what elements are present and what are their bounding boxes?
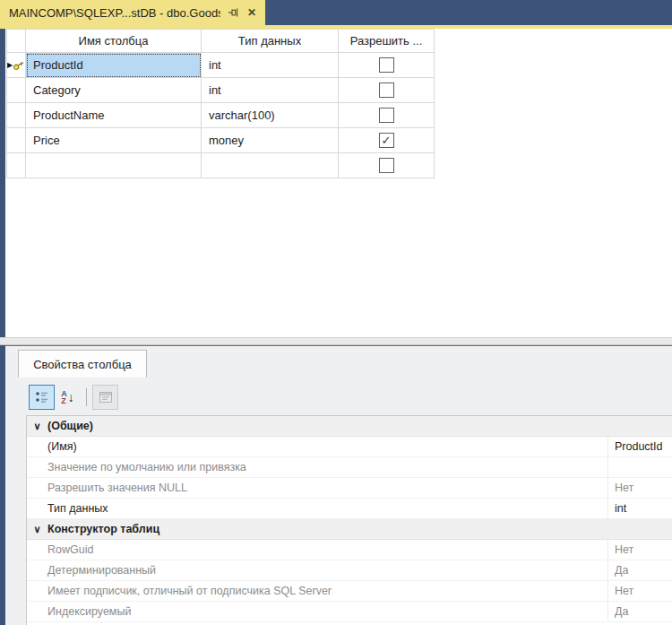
pin-icon[interactable]	[227, 6, 239, 19]
property-name: Тип данных	[27, 499, 608, 518]
row-selector[interactable]	[6, 128, 26, 153]
cell-allow-nulls	[339, 103, 435, 128]
property-value[interactable]: Да	[608, 602, 672, 621]
row-selector[interactable]: ▶	[6, 53, 26, 78]
cell-column-name[interactable]: Category	[26, 78, 202, 103]
cell-column-name[interactable]	[26, 153, 202, 178]
properties-toolbar: AZ ↓	[29, 384, 118, 411]
tab-column-properties-label: Свойства столбца	[33, 358, 132, 371]
toolbar-separator	[86, 388, 87, 406]
pane-splitter[interactable]	[0, 337, 672, 345]
property-value[interactable]: int	[608, 499, 672, 518]
cell-allow-nulls	[339, 128, 435, 153]
cell-data-type[interactable]: int	[202, 78, 339, 103]
table-row: ▶ ProductId int	[6, 53, 435, 78]
allow-nulls-checkbox[interactable]	[379, 108, 394, 123]
allow-nulls-checkbox[interactable]	[379, 133, 394, 148]
property-name: Имеет подписчик, отличный от подписчика …	[27, 581, 608, 601]
table-row: Category int	[6, 78, 435, 103]
allow-nulls-checkbox[interactable]	[379, 57, 394, 73]
header-data-type[interactable]: Тип данных	[202, 30, 339, 53]
property-name: Разрешить значения NULL	[27, 478, 608, 498]
header-column-name[interactable]: Имя столбца	[26, 30, 202, 53]
categorized-button[interactable]	[29, 385, 55, 410]
property-row-deterministic[interactable]: Детерминированный Да	[27, 560, 672, 581]
table-row: Price money	[6, 128, 435, 153]
property-name: Детерминированный	[27, 560, 608, 580]
document-tab[interactable]: MAINCOMP\SQLEXP...stDB - dbo.Goods ✕	[0, 0, 265, 25]
property-value[interactable]: Нет	[608, 540, 672, 560]
property-row-non-sql-subscriber[interactable]: Имеет подписчик, отличный от подписчика …	[27, 581, 672, 602]
header-allow-nulls[interactable]: Разрешить ...	[339, 30, 435, 53]
property-value[interactable]: Да	[608, 560, 672, 580]
chevron-down-icon[interactable]: ∨	[27, 421, 47, 432]
property-row-indexable[interactable]: Индексируемый Да	[27, 602, 672, 622]
columns-designer-grid: Имя столбца Тип данных Разрешить ... ▶ P…	[6, 29, 435, 178]
cell-column-name[interactable]: Price	[26, 128, 202, 153]
property-grid: ∨ (Общие) (Имя) ProductId Значение по ум…	[26, 415, 672, 625]
down-arrow-icon: ↓	[68, 390, 74, 404]
allow-nulls-checkbox[interactable]	[379, 158, 394, 173]
document-tab-title: MAINCOMP\SQLEXP...stDB - dbo.Goods	[9, 6, 220, 20]
cell-data-type[interactable]	[202, 153, 339, 178]
property-row-rowguid[interactable]: RowGuid Нет	[27, 540, 672, 560]
chevron-down-icon[interactable]: ∨	[27, 524, 47, 535]
cell-allow-nulls	[339, 153, 435, 178]
close-icon[interactable]: ✕	[246, 6, 258, 19]
category-label: (Общие)	[47, 420, 93, 432]
cell-data-type[interactable]: int	[202, 53, 339, 78]
property-row-name[interactable]: (Имя) ProductId	[27, 437, 672, 457]
current-row-marker: ▶	[7, 59, 25, 72]
cell-allow-nulls	[339, 53, 435, 78]
property-pages-icon	[99, 390, 113, 404]
alphabetical-sort-button[interactable]: AZ ↓	[55, 385, 81, 410]
primary-key-icon	[12, 59, 25, 72]
document-tab-bar: MAINCOMP\SQLEXP...stDB - dbo.Goods ✕	[0, 0, 672, 25]
category-row-general[interactable]: ∨ (Общие)	[27, 416, 672, 437]
property-value[interactable]: ProductId	[608, 437, 672, 456]
property-pages-button[interactable]	[92, 385, 118, 410]
cell-column-name[interactable]: ProductId	[26, 53, 202, 78]
column-properties-pane: Свойства столбца AZ ↓	[5, 345, 672, 625]
allow-nulls-checkbox[interactable]	[379, 82, 394, 98]
cell-data-type[interactable]: varchar(100)	[202, 103, 339, 128]
property-name: (Имя)	[27, 437, 608, 456]
property-value[interactable]: Нет	[608, 581, 672, 601]
row-selector[interactable]	[6, 78, 26, 103]
cell-column-name[interactable]: ProductName	[26, 103, 202, 128]
property-name: Значение по умолчанию или привязка	[27, 457, 608, 477]
cell-allow-nulls	[339, 78, 435, 103]
categorized-icon	[35, 390, 49, 404]
property-row-default-value[interactable]: Значение по умолчанию или привязка	[27, 457, 672, 478]
category-label: Конструктор таблиц	[47, 523, 159, 535]
tab-column-properties[interactable]: Свойства столбца	[18, 350, 147, 378]
property-row-allow-nulls[interactable]: Разрешить значения NULL Нет	[27, 478, 672, 499]
cell-data-type[interactable]: money	[202, 128, 339, 153]
grid-header-row: Имя столбца Тип данных Разрешить ...	[6, 30, 435, 53]
property-name: RowGuid	[27, 540, 608, 560]
table-row-empty	[6, 153, 435, 178]
property-row-data-type[interactable]: Тип данных int	[27, 499, 672, 519]
property-value[interactable]: Нет	[608, 478, 672, 498]
row-selector[interactable]	[6, 103, 26, 128]
grid-corner-cell	[6, 30, 26, 53]
row-selector[interactable]	[6, 153, 26, 178]
az-sort-icon: AZ	[61, 390, 67, 404]
property-name: Индексируемый	[27, 602, 608, 621]
property-value[interactable]	[608, 457, 672, 477]
table-row: ProductName varchar(100)	[6, 103, 435, 128]
category-row-table-designer[interactable]: ∨ Конструктор таблиц	[27, 519, 672, 540]
